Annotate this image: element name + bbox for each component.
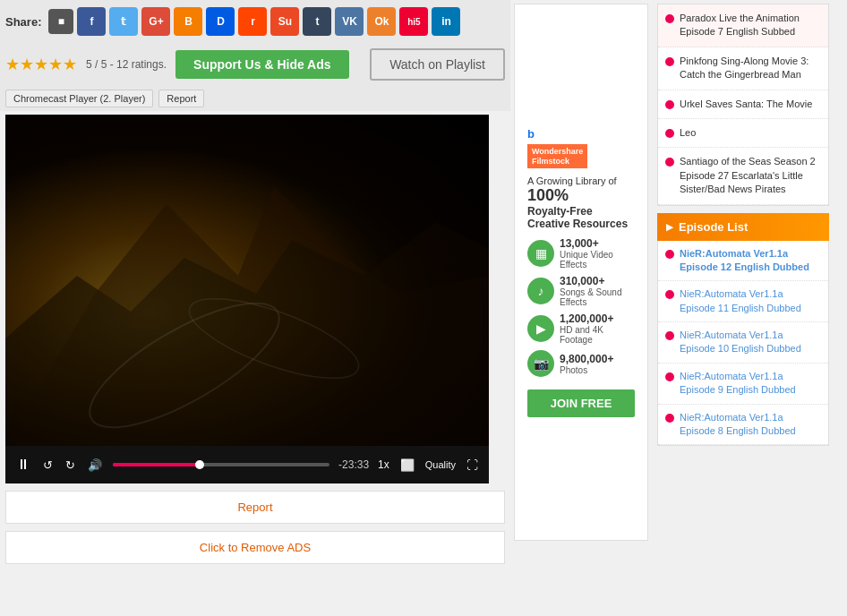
report-link[interactable]: Report bbox=[237, 500, 272, 514]
share-icon-odnoklassniki[interactable]: Ok bbox=[367, 7, 396, 36]
ad-tagline: A Growing Library of bbox=[527, 175, 635, 186]
related-item-2-text: Pinkfong Sing-Along Movie 3: Catch the G… bbox=[680, 55, 821, 82]
episode-item-9[interactable]: NieR:Automata Ver1.1a Episode 9 English … bbox=[658, 364, 828, 405]
ep-8-text: NieR:Automata Ver1.1a Episode 8 English … bbox=[680, 411, 821, 439]
subtitles-button[interactable]: ⬜ bbox=[398, 458, 416, 472]
related-item-3-text: Urkel Saves Santa: The Movie bbox=[680, 98, 812, 111]
share-label: Share: bbox=[5, 15, 41, 29]
related-item-5[interactable]: Santiago of the Seas Season 2 Episode 27… bbox=[658, 148, 828, 204]
player-controls: ⏸ ↺ ↻ 🔊 -23:33 1x ⬜ Quality ⛶ bbox=[5, 446, 489, 483]
rating-row: ★★★★★ 5 / 5 - 12 ratings. Support Us & H… bbox=[0, 43, 510, 86]
ad-footage-count: 1,200,000+ bbox=[560, 312, 635, 325]
related-item-1[interactable]: Paradox Live the Animation Episode 7 Eng… bbox=[658, 4, 828, 47]
ad-footage-label: HD and 4K Footage bbox=[560, 325, 635, 345]
related-item-2[interactable]: Pinkfong Sing-Along Movie 3: Catch the G… bbox=[658, 47, 828, 90]
related-item-4-text: Leo bbox=[680, 126, 696, 140]
ad-video-label: Unique Video Effects bbox=[560, 250, 635, 270]
sidebar-dot bbox=[665, 14, 674, 23]
share-icon-linkedin[interactable]: in bbox=[432, 7, 460, 36]
ad-video-count: 13,000+ bbox=[560, 237, 635, 250]
related-item-4[interactable]: Leo bbox=[658, 119, 828, 148]
remove-ads-link[interactable]: Click to Remove ADS bbox=[200, 541, 311, 554]
ad-sound-count: 310,000+ bbox=[560, 275, 635, 287]
report-header-button[interactable]: Report bbox=[158, 90, 204, 107]
related-item-3[interactable]: Urkel Saves Santa: The Movie bbox=[658, 90, 828, 119]
sidebar-dot bbox=[665, 57, 674, 66]
share-icon-digg[interactable]: D bbox=[206, 7, 235, 36]
share-icon-vk[interactable]: VK bbox=[335, 7, 364, 36]
fullscreen-button[interactable]: ⛶ bbox=[465, 458, 480, 472]
share-icon-blogger[interactable]: B bbox=[174, 7, 202, 36]
volume-button[interactable]: 🔊 bbox=[86, 458, 104, 472]
rewind-button[interactable]: ↺ bbox=[41, 458, 55, 472]
sidebar-dot bbox=[665, 129, 674, 138]
episode-item-11[interactable]: NieR:Automata Ver1.1a Episode 11 English… bbox=[658, 281, 828, 322]
ep-11-text: NieR:Automata Ver1.1a Episode 11 English… bbox=[680, 287, 821, 315]
playlist-button[interactable]: Watch on Playlist bbox=[370, 48, 505, 81]
ad-sound-icon: ♪ bbox=[527, 278, 554, 304]
right-sidebar: Paradox Live the Animation Episode 7 Eng… bbox=[654, 0, 833, 569]
progress-bar[interactable] bbox=[113, 463, 329, 466]
share-icon-square[interactable]: ■ bbox=[48, 9, 73, 34]
related-list: Paradox Live the Animation Episode 7 Eng… bbox=[657, 4, 829, 206]
report-bar: Report bbox=[5, 491, 505, 524]
ep-dot bbox=[665, 414, 674, 423]
ad-feature-video: ▦ 13,000+ Unique Video Effects bbox=[527, 237, 635, 270]
episode-item-8[interactable]: NieR:Automata Ver1.1a Episode 8 English … bbox=[658, 405, 828, 446]
ep-dot bbox=[665, 290, 674, 299]
video-player: ⏸ ↺ ↻ 🔊 -23:33 1x ⬜ Quality ⛶ bbox=[5, 115, 489, 483]
related-item-1-text: Paradox Live the Animation Episode 7 Eng… bbox=[680, 12, 821, 39]
share-icon-reddit[interactable]: r bbox=[238, 7, 267, 36]
fast-forward-button[interactable]: ↻ bbox=[64, 458, 77, 472]
share-icon-stumbleupon[interactable]: Su bbox=[270, 7, 299, 36]
ad-join-button[interactable]: JOIN FREE bbox=[527, 389, 635, 417]
ep-dot bbox=[665, 372, 674, 381]
speed-control[interactable]: 1x bbox=[378, 458, 389, 471]
related-item-5-text: Santiago of the Seas Season 2 Episode 27… bbox=[680, 155, 821, 196]
share-icon-tumblr[interactable]: t bbox=[303, 7, 331, 36]
ad-feature-sound: ♪ 310,000+ Songs & Sound Effects bbox=[527, 275, 635, 307]
quality-control[interactable]: Quality bbox=[425, 459, 456, 470]
time-display: -23:33 bbox=[338, 458, 369, 471]
ep-10-text: NieR:Automata Ver1.1a Episode 10 English… bbox=[680, 329, 821, 356]
ad-photos-icon: 📷 bbox=[527, 350, 554, 377]
ad-video-icon: ▦ bbox=[527, 240, 554, 267]
share-icon-google[interactable]: G+ bbox=[141, 7, 170, 36]
support-button[interactable]: Support Us & Hide Ads bbox=[175, 50, 349, 79]
star-rating[interactable]: ★★★★★ bbox=[5, 55, 77, 74]
ad-feature-photos: 📷 9,800,000+ Photos bbox=[527, 350, 635, 377]
ad-box: b WondershareFilmstock A Growing Library… bbox=[514, 4, 648, 541]
share-icon-facebook[interactable]: f bbox=[77, 7, 106, 36]
ep-12-text: NieR:Automata Ver1.1a Episode 12 English… bbox=[680, 247, 821, 275]
ep-dot bbox=[665, 250, 674, 259]
ad-photos-label: Photos bbox=[560, 365, 613, 375]
episode-list-triangle: ▶ bbox=[666, 222, 673, 232]
remove-ads-bar: Click to Remove ADS bbox=[5, 531, 505, 564]
rating-text: 5 / 5 - 12 ratings. bbox=[86, 58, 167, 71]
sidebar-dot bbox=[665, 158, 674, 167]
sidebar-dot bbox=[665, 100, 674, 109]
ad-photos-count: 9,800,000+ bbox=[560, 353, 613, 365]
episode-list-header: ▶ Episode List bbox=[657, 213, 829, 241]
ep-9-text: NieR:Automata Ver1.1a Episode 9 English … bbox=[680, 370, 821, 398]
episode-list-title: Episode List bbox=[679, 220, 748, 234]
ad-feature-footage: ▶ 1,200,000+ HD and 4K Footage bbox=[527, 312, 635, 345]
episode-list-body: NieR:Automata Ver1.1a Episode 12 English… bbox=[657, 241, 829, 447]
episode-list: ▶ Episode List NieR:Automata Ver1.1a Epi… bbox=[657, 213, 829, 447]
ad-panel: b WondershareFilmstock A Growing Library… bbox=[510, 0, 654, 569]
video-frame[interactable] bbox=[5, 115, 489, 446]
ad-footage-icon: ▶ bbox=[527, 315, 554, 342]
share-bar: Share: ■ f 𝕥 G+ B D r Su t VK Ok hi5 in bbox=[0, 0, 510, 43]
ep-dot bbox=[665, 331, 674, 340]
chromecast-button[interactable]: Chromecast Player (2. Player) bbox=[5, 90, 153, 107]
share-icon-hi5[interactable]: hi5 bbox=[399, 7, 428, 36]
episode-item-12[interactable]: NieR:Automata Ver1.1a Episode 12 English… bbox=[658, 241, 828, 282]
pause-button[interactable]: ⏸ bbox=[14, 457, 32, 473]
ad-logo: WondershareFilmstock bbox=[527, 144, 587, 169]
share-icon-twitter[interactable]: 𝕥 bbox=[109, 7, 138, 36]
episode-item-10[interactable]: NieR:Automata Ver1.1a Episode 10 English… bbox=[658, 322, 828, 364]
ad-sound-label: Songs & Sound Effects bbox=[560, 287, 635, 307]
